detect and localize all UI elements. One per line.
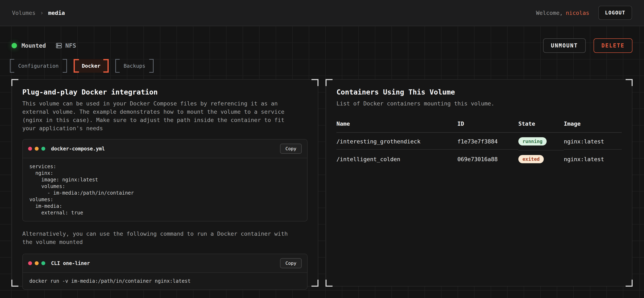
- containers-table-header: Name ID State Image: [336, 121, 622, 133]
- corner-bracket: [11, 79, 18, 86]
- traffic-dot-yellow-icon: [35, 147, 39, 151]
- topbar-right: Welcome, nicolas LOGOUT: [536, 6, 632, 20]
- cli-copy-button[interactable]: Copy: [280, 258, 302, 268]
- tab-backups[interactable]: Backups: [115, 59, 154, 73]
- traffic-dot-red-icon: [28, 261, 32, 265]
- corner-bracket: [626, 280, 633, 287]
- container-image: nginx:latest: [564, 134, 622, 149]
- table-row: /interesting_grothendieck f1e73e7f3884 r…: [336, 133, 622, 150]
- compose-code-header: docker-compose.yml Copy: [23, 140, 307, 158]
- status-row: Mounted NFS UNMOUNT DELETE: [12, 26, 632, 53]
- breadcrumb-current-volume: media: [48, 10, 65, 16]
- container-id: f1e73e7f3884: [457, 134, 518, 149]
- cli-code-content: docker run -v im-media:/path/in/containe…: [23, 273, 307, 289]
- traffic-light-dots: [28, 261, 45, 265]
- docker-panel-description: This volume can be used in your Docker C…: [22, 100, 300, 133]
- welcome-text: Welcome,: [536, 10, 563, 16]
- main-content: Mounted NFS UNMOUNT DELETE Configuration…: [0, 26, 644, 298]
- compose-code-content: services: nginx: image: nginx:latest vol…: [23, 158, 307, 221]
- cli-code-header: CLI one-liner Copy: [23, 254, 307, 273]
- unmount-button[interactable]: UNMOUNT: [543, 38, 586, 53]
- containers-table: Name ID State Image /interesting_grothen…: [336, 121, 622, 168]
- column-header-image: Image: [564, 121, 622, 127]
- tab-docker[interactable]: Docker: [74, 59, 109, 73]
- tab-configuration[interactable]: Configuration: [10, 59, 67, 73]
- corner-bracket: [326, 79, 332, 86]
- delete-button[interactable]: DELETE: [594, 38, 632, 53]
- traffic-dot-red-icon: [28, 147, 32, 151]
- driver-label-nfs: NFS: [65, 42, 76, 49]
- breadcrumb-volumes-link[interactable]: Volumes: [12, 10, 36, 16]
- containers-panel-subtitle: List of Docker containers mounting this …: [336, 100, 614, 108]
- driver-group: NFS: [56, 42, 76, 49]
- container-state: running: [518, 133, 564, 150]
- status-badge-running: running: [518, 137, 547, 146]
- logout-button[interactable]: LOGOUT: [598, 6, 632, 20]
- traffic-dot-yellow-icon: [35, 261, 39, 265]
- compose-copy-button[interactable]: Copy: [280, 144, 302, 154]
- breadcrumb: Volumes › media: [12, 9, 65, 16]
- panels-row: Plug-and-play Docker integration This vo…: [12, 79, 632, 287]
- container-image: nginx:latest: [564, 151, 622, 167]
- corner-bracket: [312, 79, 318, 86]
- traffic-light-dots: [28, 147, 45, 151]
- top-bar: Volumes › media Welcome, nicolas LOGOUT: [0, 0, 644, 26]
- corner-bracket: [326, 280, 332, 287]
- volume-action-buttons: UNMOUNT DELETE: [543, 38, 633, 53]
- mounted-status-dot: [12, 43, 17, 48]
- column-header-id: ID: [457, 121, 518, 127]
- mounted-label: Mounted: [22, 42, 46, 49]
- table-row: /intelligent_colden 069e73016a88 exited …: [336, 150, 622, 168]
- server-stack-icon: [56, 42, 62, 49]
- docker-integration-panel: Plug-and-play Docker integration This vo…: [12, 79, 318, 287]
- status-badge-exited: exited: [518, 155, 544, 163]
- container-id: 069e73016a88: [457, 151, 518, 167]
- containers-panel: Containers Using This Volume List of Doc…: [326, 79, 632, 287]
- docker-panel-title: Plug-and-play Docker integration: [22, 88, 308, 97]
- container-name: /interesting_grothendieck: [336, 134, 457, 149]
- compose-filename: docker-compose.yml: [51, 146, 105, 152]
- cli-filename: CLI one-liner: [51, 261, 90, 266]
- traffic-dot-green-icon: [41, 147, 45, 151]
- cli-intro-text: Alternatively, you can use the following…: [22, 230, 300, 246]
- tab-bar: Configuration Docker Backups: [10, 59, 632, 73]
- container-state: exited: [518, 150, 564, 168]
- username-text: nicolas: [566, 10, 590, 16]
- cli-code-block: CLI one-liner Copy docker run -v im-medi…: [22, 254, 308, 290]
- corner-bracket: [312, 280, 318, 287]
- chevron-right-icon: ›: [40, 9, 44, 16]
- containers-panel-title: Containers Using This Volume: [336, 88, 622, 97]
- traffic-dot-green-icon: [41, 261, 45, 265]
- column-header-name: Name: [336, 121, 457, 127]
- column-header-state: State: [518, 121, 564, 127]
- corner-bracket: [626, 79, 633, 86]
- compose-code-block: docker-compose.yml Copy services: nginx:…: [22, 139, 308, 221]
- container-name: /intelligent_colden: [336, 151, 457, 167]
- corner-bracket: [11, 280, 18, 287]
